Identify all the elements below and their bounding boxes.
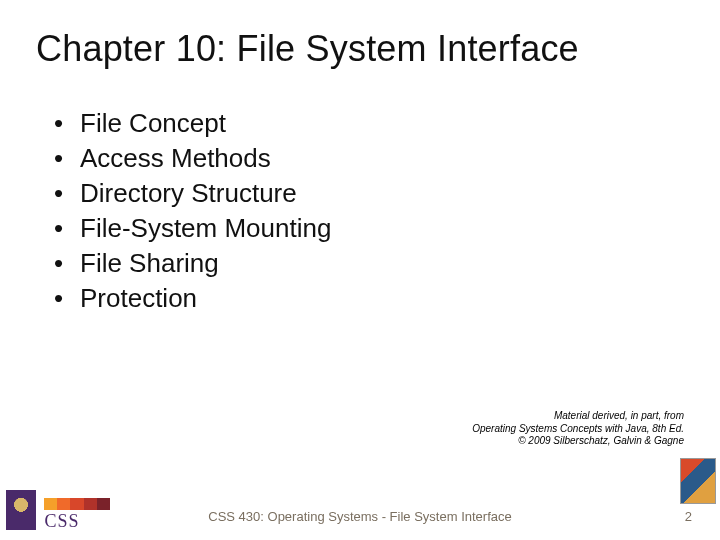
list-item: File-System Mounting — [54, 211, 684, 246]
list-item: File Concept — [54, 106, 684, 141]
attribution-line: Material derived, in part, from — [472, 410, 684, 423]
textbook-cover-icon — [680, 458, 716, 504]
attribution-line: Operating Systems Concepts with Java, 8t… — [472, 423, 684, 436]
footer-course-title: CSS 430: Operating Systems - File System… — [0, 509, 720, 524]
list-item: Protection — [54, 281, 684, 316]
slide-title: Chapter 10: File System Interface — [36, 28, 684, 70]
attribution-block: Material derived, in part, from Operatin… — [472, 410, 684, 448]
list-item: Access Methods — [54, 141, 684, 176]
list-item: File Sharing — [54, 246, 684, 281]
list-item: Directory Structure — [54, 176, 684, 211]
page-number: 2 — [685, 509, 692, 524]
bullet-list: File Concept Access Methods Directory St… — [36, 106, 684, 317]
attribution-line: © 2009 Silberschatz, Galvin & Gagne — [472, 435, 684, 448]
slide-footer: CSS CSS 430: Operating Systems - File Sy… — [0, 484, 720, 540]
slide: Chapter 10: File System Interface File C… — [0, 0, 720, 540]
